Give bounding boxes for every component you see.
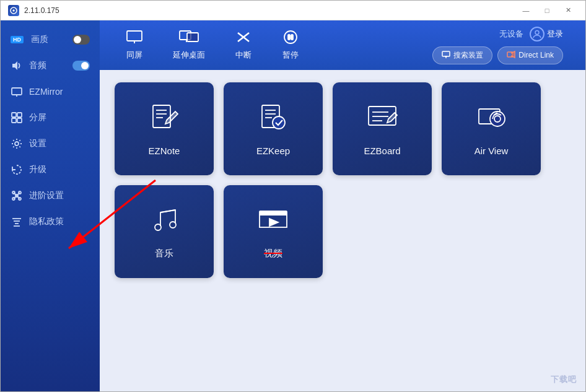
pause-label: 暂停 xyxy=(282,50,299,61)
svg-rect-6 xyxy=(17,113,22,117)
ezkeep-icon xyxy=(257,102,289,138)
user-icon xyxy=(530,27,544,41)
privacy-icon xyxy=(11,216,23,227)
sidebar-label-quality: 画质 xyxy=(31,34,48,45)
app-tile-airview[interactable]: Air View xyxy=(442,82,541,175)
svg-rect-8 xyxy=(17,118,22,123)
upgrade-icon xyxy=(11,164,23,175)
sidebar-item-settings[interactable]: 设置 xyxy=(1,132,100,155)
direct-link-icon xyxy=(507,50,515,61)
split-icon xyxy=(11,112,23,123)
video-label: 视频 xyxy=(264,248,282,259)
login-button[interactable]: 登录 xyxy=(530,27,563,41)
app-tile-ezboard[interactable]: EZBoard xyxy=(333,82,432,175)
audio-icon xyxy=(11,60,23,71)
svg-point-9 xyxy=(15,142,19,146)
content-area: 同屏 延伸桌面 xyxy=(100,20,585,392)
sidebar-item-privacy[interactable]: 隐私政策 xyxy=(1,210,100,233)
device-status: 无设备 xyxy=(499,28,523,40)
watermark: 下载吧 xyxy=(551,374,577,385)
audio-toggle[interactable] xyxy=(72,61,90,71)
right-panel: 无设备 登录 xyxy=(422,22,573,69)
sidebar-item-split[interactable]: 分屏 xyxy=(1,106,100,129)
mirror-icon xyxy=(126,30,143,47)
direct-link-label: Direct Link xyxy=(518,51,554,59)
app-grid: EZNote EZKeep xyxy=(100,70,585,392)
maximize-button[interactable]: □ xyxy=(537,4,557,17)
app-tile-video[interactable]: 视频 xyxy=(224,185,323,278)
search-device-icon xyxy=(442,50,450,61)
extend-label: 延伸桌面 xyxy=(173,50,205,61)
svg-point-46 xyxy=(273,116,285,129)
close-button[interactable]: ✕ xyxy=(558,4,578,17)
airview-label: Air View xyxy=(474,146,509,156)
app-tile-eznote[interactable]: EZNote xyxy=(115,82,214,175)
sidebar: HD 画质 音频 E xyxy=(1,20,100,392)
ezboard-label: EZBoard xyxy=(364,146,400,156)
app-tile-ezkeep[interactable]: EZKeep xyxy=(224,82,323,175)
app-tile-music[interactable]: 音乐 xyxy=(115,185,214,278)
ezboard-icon xyxy=(366,102,398,138)
svg-line-56 xyxy=(160,210,175,212)
sidebar-item-ezmirror[interactable]: EZMirror xyxy=(1,80,100,103)
svg-rect-7 xyxy=(12,118,16,123)
toolbar-extend-btn[interactable]: 延伸桌面 xyxy=(159,25,219,66)
title-bar-controls: — □ ✕ xyxy=(516,4,578,17)
airview-icon xyxy=(475,102,507,138)
sidebar-item-upgrade[interactable]: 升级 xyxy=(1,158,100,181)
login-label: 登录 xyxy=(547,28,563,40)
toolbar: 同屏 延伸桌面 xyxy=(100,20,585,70)
interrupt-label: 中断 xyxy=(235,50,251,61)
svg-marker-1 xyxy=(12,61,17,70)
app-logo xyxy=(8,5,19,16)
extend-icon xyxy=(179,30,199,47)
search-device-button[interactable]: 搜索装置 xyxy=(432,46,492,64)
video-icon xyxy=(257,204,289,240)
direct-link-button[interactable]: Direct Link xyxy=(497,46,563,64)
svg-rect-38 xyxy=(153,105,170,128)
svg-rect-21 xyxy=(127,31,142,41)
music-label: 音乐 xyxy=(155,248,173,259)
sidebar-item-advanced[interactable]: 进阶设置 xyxy=(1,184,100,207)
sidebar-label-audio: 音频 xyxy=(29,60,46,71)
toolbar-interrupt-btn[interactable]: 中断 xyxy=(221,25,266,66)
minimize-button[interactable]: — xyxy=(516,4,536,17)
eznote-label: EZNote xyxy=(149,146,180,156)
toolbar-mirror-btn[interactable]: 同屏 xyxy=(112,25,157,66)
main-layout: HD 画质 音频 E xyxy=(1,20,585,392)
toolbar-pause-btn[interactable]: 暂停 xyxy=(268,25,313,66)
svg-rect-5 xyxy=(12,113,16,117)
svg-rect-31 xyxy=(288,35,290,40)
sidebar-label-upgrade: 升级 xyxy=(29,164,46,175)
svg-rect-25 xyxy=(187,33,198,41)
svg-rect-2 xyxy=(12,88,22,95)
sidebar-label-settings: 设置 xyxy=(29,138,46,149)
interrupt-icon xyxy=(235,30,252,47)
ezkeep-label: EZKeep xyxy=(256,146,290,156)
svg-point-54 xyxy=(155,224,161,230)
sidebar-item-quality[interactable]: HD 画质 xyxy=(1,28,100,51)
quality-toggle[interactable] xyxy=(72,35,90,45)
version-text: 2.11.0.175 xyxy=(24,6,59,15)
title-bar-left: 2.11.0.175 xyxy=(8,5,59,16)
quality-icon: HD xyxy=(11,36,25,43)
app-row-2: 音乐 视频 xyxy=(115,185,571,278)
music-icon xyxy=(148,204,180,240)
search-device-label: 搜索装置 xyxy=(453,50,483,61)
sidebar-label-split: 分屏 xyxy=(29,112,46,123)
title-bar: 2.11.0.175 — □ ✕ xyxy=(1,1,585,20)
advanced-icon xyxy=(11,190,23,201)
sidebar-item-audio[interactable]: 音频 xyxy=(1,54,100,77)
sidebar-label-advanced: 进阶设置 xyxy=(29,190,64,201)
sidebar-label-ezmirror: EZMirror xyxy=(29,87,63,97)
mirror-label: 同屏 xyxy=(126,50,142,61)
ezmirror-icon xyxy=(11,86,23,97)
action-buttons: 搜索装置 Direct Link xyxy=(432,46,563,64)
svg-rect-34 xyxy=(442,51,450,56)
eznote-icon xyxy=(148,102,180,138)
svg-point-30 xyxy=(284,31,297,43)
settings-icon xyxy=(11,138,23,149)
svg-rect-32 xyxy=(291,35,293,40)
svg-point-55 xyxy=(170,222,176,228)
app-row-1: EZNote EZKeep xyxy=(115,82,571,175)
